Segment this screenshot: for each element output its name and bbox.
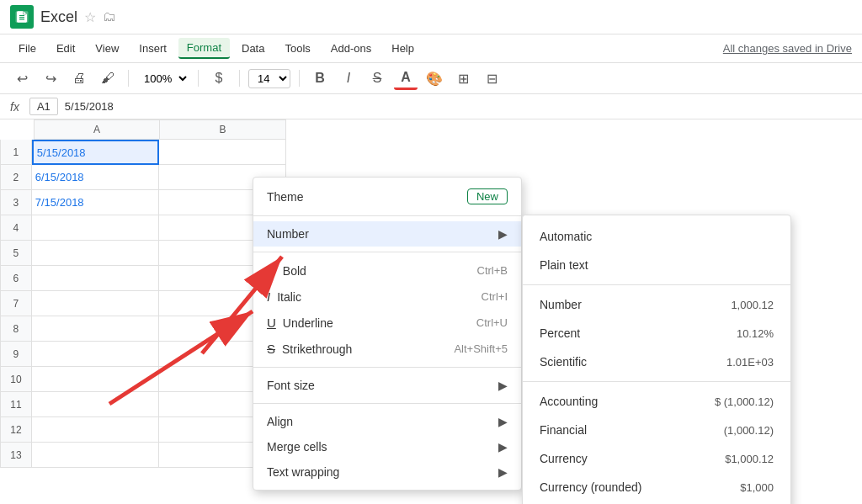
table-row: 2 6/15/2018 xyxy=(0,165,286,190)
currency-value: $1,000.12 xyxy=(725,453,774,465)
spreadsheet-area: A B 1 5/15/2018 2 6/15/2018 3 7/15/2018 … xyxy=(0,119,286,468)
format-menu-number[interactable]: Number ▶ xyxy=(253,221,521,247)
submenu-scientific[interactable]: Scientific 1.01E+03 xyxy=(523,347,790,376)
menu-edit[interactable]: Edit xyxy=(48,39,83,58)
number-format-value: 1,000.12 xyxy=(731,299,774,311)
merge-button[interactable]: ⊟ xyxy=(480,66,503,90)
text-wrap-label: Text wrapping xyxy=(267,465,492,479)
submenu-percent[interactable]: Percent 10.12% xyxy=(523,319,790,347)
formula-input[interactable] xyxy=(65,100,852,113)
format-menu-underline[interactable]: U Underline Ctrl+U xyxy=(253,310,521,336)
currency-rounded-value: $1,000 xyxy=(740,481,774,494)
merge-arrow-icon: ▶ xyxy=(498,440,508,454)
font-size-select[interactable]: 14 xyxy=(248,69,290,88)
text-wrap-arrow-icon: ▶ xyxy=(498,465,508,479)
cell-a8[interactable] xyxy=(32,316,159,342)
format-menu-strikethrough[interactable]: S Strikethrough Alt+Shift+5 xyxy=(253,336,521,362)
folder-icon[interactable]: 🗂 xyxy=(103,9,116,25)
print-button[interactable]: 🖨 xyxy=(67,66,91,90)
plain-text-label: Plain text xyxy=(540,258,588,272)
row-num-1: 1 xyxy=(0,140,32,165)
row-num-5: 5 xyxy=(0,241,32,266)
cell-a1[interactable]: 5/15/2018 xyxy=(32,140,159,165)
cell-a5[interactable] xyxy=(32,241,159,266)
submenu-currency[interactable]: Currency $1,000.12 xyxy=(523,444,790,473)
row-num-4: 4 xyxy=(0,215,32,241)
format-menu-bold[interactable]: B Bold Ctrl+B xyxy=(253,257,521,284)
italic-label: Italic xyxy=(277,290,481,304)
strikethrough-button[interactable]: S xyxy=(365,66,389,90)
table-row: 1 5/15/2018 xyxy=(0,140,286,165)
cell-reference[interactable]: A1 xyxy=(29,98,58,115)
menu-help[interactable]: Help xyxy=(383,39,423,58)
table-row: 5 xyxy=(0,241,286,266)
menu-bar: File Edit View Insert Format Data Tools … xyxy=(0,34,862,63)
format-menu-text-wrap[interactable]: Text wrapping ▶ xyxy=(253,459,521,485)
menu-format[interactable]: Format xyxy=(178,38,230,59)
submenu-plain-text[interactable]: Plain text xyxy=(523,251,790,279)
percent-label: Percent xyxy=(540,326,580,340)
row-num-6: 6 xyxy=(0,266,32,291)
star-icon[interactable]: ☆ xyxy=(84,9,96,25)
table-row: 3 7/15/2018 xyxy=(0,190,286,215)
menu-divider-3 xyxy=(253,367,521,368)
cell-a3[interactable]: 7/15/2018 xyxy=(32,190,159,215)
menu-tools[interactable]: Tools xyxy=(276,39,318,58)
font-size-label: Font size xyxy=(267,379,492,392)
table-row: 8 xyxy=(0,316,286,342)
redo-button[interactable]: ↪ xyxy=(39,66,62,90)
undo-button[interactable]: ↩ xyxy=(10,66,34,90)
cell-a13[interactable] xyxy=(32,443,159,468)
format-menu-merge[interactable]: Merge cells ▶ xyxy=(253,434,521,459)
number-label: Number xyxy=(267,227,492,241)
submenu-financial[interactable]: Financial (1,000.12) xyxy=(523,416,790,444)
cell-a6[interactable] xyxy=(32,266,159,291)
zoom-select[interactable]: 100% xyxy=(137,70,189,88)
financial-label: Financial xyxy=(540,423,587,437)
row-num-7: 7 xyxy=(0,291,32,316)
menu-addons[interactable]: Add-ons xyxy=(322,39,380,58)
menu-insert[interactable]: Insert xyxy=(130,39,175,58)
cell-a2[interactable]: 6/15/2018 xyxy=(32,165,159,190)
italic-button[interactable]: I xyxy=(337,66,360,90)
menu-view[interactable]: View xyxy=(87,39,127,58)
cell-a12[interactable] xyxy=(32,417,159,443)
italic-shortcut: Ctrl+I xyxy=(482,290,508,303)
cell-a11[interactable] xyxy=(32,392,159,417)
paint-format-button[interactable]: 🖌 xyxy=(96,66,120,90)
strikethrough-shortcut: Alt+Shift+5 xyxy=(454,342,508,355)
format-menu-italic[interactable]: I Italic Ctrl+I xyxy=(253,284,521,310)
cell-a10[interactable] xyxy=(32,367,159,392)
submenu-currency-rounded[interactable]: Currency (rounded) $1,000 xyxy=(523,473,790,501)
title-icons: ☆ 🗂 xyxy=(84,9,116,25)
title-bar: Excel ☆ 🗂 xyxy=(0,0,862,34)
submenu-accounting[interactable]: Accounting $ (1,000.12) xyxy=(523,387,790,416)
text-color-button[interactable]: A xyxy=(394,66,418,90)
table-row: 4 xyxy=(0,215,286,241)
toolbar-sep-4 xyxy=(299,70,300,87)
cell-a7[interactable] xyxy=(32,291,159,316)
cell-a9[interactable] xyxy=(32,342,159,367)
format-menu-align[interactable]: Align ▶ xyxy=(253,409,521,434)
cell-a4[interactable] xyxy=(32,215,159,241)
col-headers: A B xyxy=(34,119,286,140)
toolbar-sep-2 xyxy=(198,70,199,87)
fill-color-button[interactable]: 🎨 xyxy=(423,66,446,90)
toolbar-sep-3 xyxy=(239,70,240,87)
borders-button[interactable]: ⊞ xyxy=(451,66,475,90)
row-num-8: 8 xyxy=(0,316,32,342)
format-menu-font-size[interactable]: Font size ▶ xyxy=(253,373,521,398)
cell-b1[interactable] xyxy=(159,140,286,165)
menu-divider-1 xyxy=(253,215,521,216)
currency-button[interactable]: $ xyxy=(207,66,231,90)
merge-label: Merge cells xyxy=(267,440,492,454)
bold-button[interactable]: B xyxy=(308,66,332,90)
number-arrow-icon: ▶ xyxy=(498,227,508,241)
menu-data[interactable]: Data xyxy=(233,39,273,58)
submenu-automatic[interactable]: Automatic xyxy=(523,222,790,251)
format-menu-theme[interactable]: Theme New xyxy=(253,183,521,210)
submenu-number[interactable]: Number 1,000.12 xyxy=(523,290,790,319)
underline-label: Underline xyxy=(283,316,476,330)
accounting-value: $ (1,000.12) xyxy=(715,395,774,408)
menu-file[interactable]: File xyxy=(10,39,45,58)
